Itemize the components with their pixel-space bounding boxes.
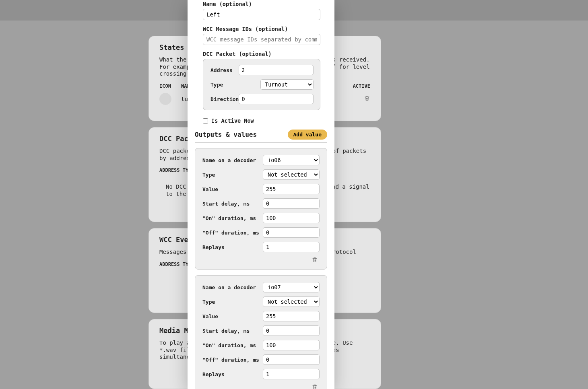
- ov-name-label: Name on a decoder: [202, 157, 263, 163]
- add-value-button[interactable]: Add value: [288, 130, 327, 140]
- ov-start-input[interactable]: [263, 198, 320, 209]
- ov-type-label: Type: [202, 172, 263, 178]
- dcc-packet-block: Address Type Turnout Direction: [203, 59, 320, 110]
- trash-icon: [364, 95, 370, 102]
- ov-name-select[interactable]: io06: [263, 155, 320, 165]
- is-active-checkbox[interactable]: [203, 118, 208, 123]
- trash-icon: [312, 383, 318, 389]
- ov-off-label: "Off" duration, ms: [202, 230, 263, 236]
- ov-replays-input[interactable]: [263, 369, 320, 379]
- address-label: Address: [210, 67, 239, 73]
- ov-off-label: "Off" duration, ms: [202, 357, 263, 363]
- th-icon: ICON: [159, 83, 181, 89]
- type-select[interactable]: Turnout: [260, 79, 314, 90]
- is-active-label: Is Active Now: [211, 117, 254, 124]
- wcc-ids-label: WCC Message IDs (optional): [195, 26, 327, 32]
- delete-output-button[interactable]: [202, 256, 320, 263]
- ov-name-select[interactable]: io07: [263, 282, 320, 292]
- trash-icon: [312, 256, 318, 263]
- outputs-values-title: Outputs & values: [195, 131, 257, 138]
- delete-state-button[interactable]: [364, 95, 370, 103]
- ov-off-input[interactable]: [263, 227, 320, 238]
- ov-value-input[interactable]: [263, 311, 320, 321]
- outputs-values-header: Outputs & values Add value: [195, 130, 327, 142]
- ov-name-label: Name on a decoder: [202, 284, 263, 290]
- ov-value-input[interactable]: [263, 184, 320, 194]
- wcc-ids-input[interactable]: [203, 34, 320, 45]
- ov-on-label: "On" duration, ms: [202, 215, 263, 221]
- ov-type-select[interactable]: Not selected: [263, 169, 320, 180]
- ov-off-input[interactable]: [263, 354, 320, 365]
- ov-start-label: Start delay, ms: [202, 328, 263, 334]
- direction-input[interactable]: [239, 94, 314, 104]
- ov-on-input[interactable]: [263, 213, 320, 223]
- output-block: Name on a decoderio07 TypeNot selected V…: [195, 275, 327, 389]
- direction-label: Direction: [210, 96, 239, 102]
- dcc-packet-label: DCC Packet (optional): [195, 51, 327, 57]
- ov-replays-input[interactable]: [263, 242, 320, 252]
- ov-value-label: Value: [202, 186, 263, 192]
- ov-type-label: Type: [202, 299, 263, 305]
- state-edit-modal: Name (optional) WCC Message IDs (optiona…: [188, 0, 334, 389]
- ov-type-select[interactable]: Not selected: [263, 296, 320, 307]
- state-icon-placeholder: [159, 93, 171, 105]
- delete-output-button[interactable]: [202, 383, 320, 389]
- ov-on-label: "On" duration, ms: [202, 342, 263, 348]
- output-block: Name on a decoderio06 TypeNot selected V…: [195, 148, 327, 270]
- ov-replays-label: Replays: [202, 244, 263, 250]
- name-input[interactable]: [203, 9, 320, 20]
- ov-start-label: Start delay, ms: [202, 201, 263, 207]
- ov-value-label: Value: [202, 313, 263, 319]
- ov-on-input[interactable]: [263, 340, 320, 350]
- name-label: Name (optional): [195, 1, 327, 7]
- ov-start-input[interactable]: [263, 325, 320, 336]
- is-active-row[interactable]: Is Active Now: [203, 117, 327, 124]
- type-label: Type: [210, 82, 260, 88]
- address-input[interactable]: [239, 65, 314, 75]
- ov-replays-label: Replays: [202, 371, 263, 377]
